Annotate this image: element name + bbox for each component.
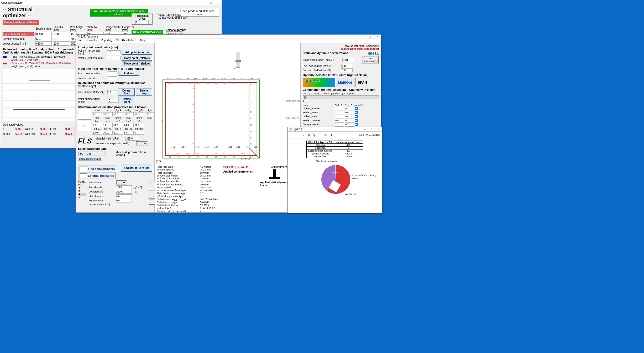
max-elev-input[interactable] — [116, 194, 132, 198]
close-icon[interactable]: ✕ — [374, 35, 381, 38]
prop-tauy1[interactable] — [124, 131, 134, 135]
min-icon[interactable]: – — [359, 35, 366, 38]
load-stat-0[interactable] — [335, 107, 344, 110]
pressure-side-select[interactable]: p━ — [136, 141, 148, 146]
zoom-slider[interactable] — [236, 52, 240, 68]
min-elev-input[interactable] — [116, 199, 132, 202]
prop-plthk[interactable] — [113, 112, 123, 116]
prop-km2[interactable] — [124, 123, 134, 127]
save-icon[interactable]: ⬇ — [330, 133, 333, 137]
load-stat-1[interactable] — [335, 111, 344, 114]
load-include-2[interactable] — [355, 115, 358, 118]
load-stat-2[interactable] — [335, 115, 344, 118]
load-dyn-3[interactable] — [345, 119, 354, 122]
geometry-canvas[interactable]: 20 pt.47pt.48pt.49 pt.44pt.50pt.51 — [155, 43, 301, 164]
load-dyn-2[interactable] — [345, 115, 354, 118]
menu-help[interactable]: Help — [140, 39, 146, 42]
pan-icon[interactable]: ✥ — [307, 133, 310, 137]
home-icon[interactable]: ⌂ — [290, 133, 292, 137]
zoom-icon[interactable]: ⚲ — [313, 133, 316, 137]
prop-webthk[interactable] — [134, 112, 144, 116]
multiopt-button[interactable]: MultiOpt — [336, 78, 354, 87]
processes-input[interactable] — [135, 20, 149, 24]
prop-stftype[interactable] — [134, 131, 144, 135]
prop-kpp[interactable] — [92, 123, 102, 127]
prop-k3[interactable] — [134, 123, 144, 127]
dyn-loaded-input[interactable] — [341, 64, 353, 68]
external-pressures-button[interactable]: External pressures — [78, 172, 116, 179]
point-y-input[interactable] — [107, 56, 121, 60]
move-point-button[interactable]: Move point (relative) — [122, 61, 152, 66]
edit-icon[interactable]: ✎ — [324, 133, 327, 137]
anystruct-titlebar[interactable]: 🪶 | ANYstructure | – □ ✕ — [76, 35, 381, 39]
run-optimization-button[interactable]: RUN OPTIMIZATION! — [132, 30, 163, 35]
compartment-list[interactable]: 2 3 4 5 — [78, 187, 86, 199]
add-line-button[interactable]: Add line — [118, 71, 139, 76]
structure-type-select[interactable]: BOTTOM━ — [78, 152, 107, 156]
load-dyn-4[interactable] — [345, 122, 354, 126]
close-icon[interactable]: ✕ — [214, 1, 222, 4]
prop-webh[interactable] — [124, 112, 134, 116]
max-icon[interactable]: □ — [366, 35, 374, 38]
upper-0[interactable] — [35, 32, 52, 36]
dyn-ballast-input[interactable] — [341, 68, 353, 72]
prop-sigx[interactable] — [113, 131, 123, 135]
min-icon[interactable]: – — [200, 1, 207, 4]
prop-sigy2[interactable] — [103, 131, 113, 135]
close-icon[interactable]: ✕ — [375, 128, 382, 131]
from-point-input[interactable] — [108, 71, 117, 75]
load-dyn-1[interactable] — [345, 111, 354, 114]
delete-line-button[interactable]: Delete line — [118, 88, 134, 96]
load-include-4[interactable] — [355, 123, 358, 126]
copy-point-button[interactable]: Copy point (relative) — [122, 56, 152, 61]
upper-1[interactable] — [53, 32, 69, 36]
tank-content-select[interactable]: ━ — [116, 180, 127, 185]
show-structure-types-button[interactable]: Show structure types — [78, 157, 102, 161]
combination-slider[interactable] — [303, 95, 379, 99]
load-stat-3[interactable] — [335, 119, 344, 122]
static-accel-input[interactable] — [342, 58, 354, 62]
to-point-input[interactable] — [108, 76, 117, 80]
delta-1[interactable] — [53, 37, 69, 41]
figure-titlebar[interactable]: 🧊 Figure 1 – □ ✕ — [288, 127, 382, 132]
prop-kps[interactable] — [103, 123, 113, 127]
menu-reporting[interactable]: Reporting — [101, 39, 112, 42]
subplots-icon[interactable]: ☰ — [318, 133, 322, 137]
span-button[interactable]: SPAN — [355, 78, 369, 87]
optimizer-titlebar[interactable]: Optimize structure – □ ✕ — [0, 0, 222, 5]
back-icon[interactable]: ← — [295, 133, 298, 137]
delete-prop-button[interactable]: Delete prop. — [136, 88, 152, 96]
menu-sesam[interactable]: SESAM interface — [116, 39, 136, 42]
tank-density-input[interactable] — [116, 185, 132, 189]
load-include-0[interactable] — [355, 107, 358, 110]
line-number-input[interactable] — [107, 90, 117, 94]
point-number-input[interactable] — [108, 99, 117, 103]
load-include-3[interactable] — [355, 119, 358, 122]
optimize-button[interactable] — [303, 78, 335, 87]
lower-1[interactable] — [53, 41, 69, 46]
max-icon[interactable]: □ — [207, 1, 214, 4]
max-icon[interactable]: □ — [368, 128, 375, 131]
iterate-stiffeners-button[interactable]: Iterate predefiened stiffeners — [3, 20, 39, 25]
set-accel-button[interactable]: Set accelerations — [362, 56, 379, 63]
load-include-1[interactable] — [355, 111, 358, 114]
material-yield-input[interactable] — [125, 137, 139, 141]
lower-0[interactable] — [35, 41, 52, 46]
load-dyn-0[interactable] — [345, 107, 354, 110]
prop-s[interactable] — [103, 112, 113, 116]
min-icon[interactable]: – — [361, 128, 368, 131]
menu-file[interactable]: File — [77, 39, 82, 42]
prop-sigy1[interactable] — [92, 131, 102, 135]
add-point-button[interactable]: Add point (coords) — [122, 50, 152, 55]
prop-flw[interactable] — [145, 112, 155, 116]
delete-point-button[interactable]: Delete point — [118, 97, 135, 104]
overpressure-input[interactable] — [116, 190, 132, 194]
point-x-input[interactable] — [107, 50, 121, 54]
prop-km1[interactable] — [113, 123, 123, 127]
delta-0[interactable] — [35, 37, 52, 41]
menu-geometry[interactable]: Geometry — [86, 39, 97, 42]
forward-icon[interactable]: → — [301, 133, 305, 137]
load-stat-4[interactable] — [335, 122, 344, 126]
find-compartments-button[interactable]: Find compartments — [78, 165, 116, 172]
prop-span[interactable] — [92, 112, 102, 116]
